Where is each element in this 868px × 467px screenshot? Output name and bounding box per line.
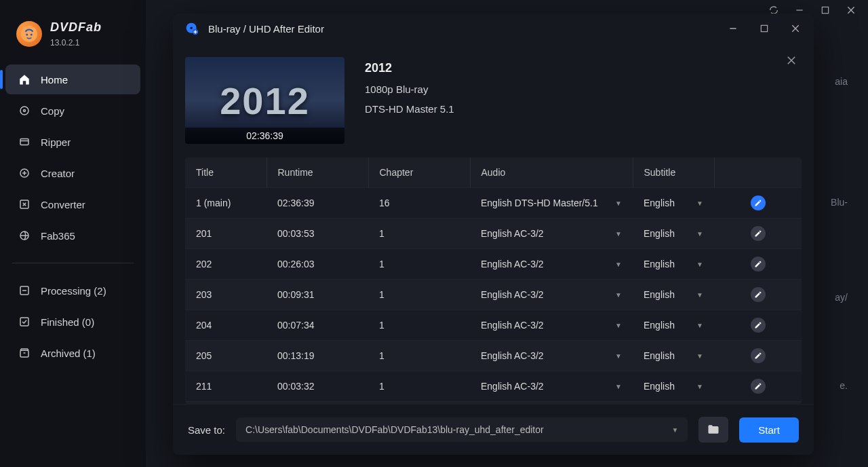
- nav-primary: Home Copy Ripper Creator Converter Fab36…: [0, 64, 146, 250]
- sidebar-item-converter[interactable]: Converter: [5, 189, 140, 219]
- divider: [12, 263, 134, 263]
- cell-audio-select[interactable]: English AC-3/2▼: [470, 219, 633, 249]
- edit-button[interactable]: [751, 226, 766, 241]
- cell-chapter: 1: [368, 249, 470, 280]
- sidebar-item-ripper[interactable]: Ripper: [5, 127, 140, 157]
- sidebar-item-copy[interactable]: Copy: [5, 96, 140, 126]
- sidebar-item-processing[interactable]: Processing (2): [5, 276, 140, 305]
- table-row[interactable]: 20100:03:531English AC-3/2▼English▼: [185, 219, 802, 249]
- home-icon: [18, 73, 31, 86]
- edit-button[interactable]: [751, 318, 766, 333]
- cell-chapter: 1: [368, 310, 470, 341]
- table-row[interactable]: 20500:13:191English AC-3/2▼English▼: [185, 341, 802, 371]
- close-info-icon[interactable]: [785, 54, 797, 70]
- media-format: 1080p Blu-ray: [365, 83, 454, 95]
- app-close-icon[interactable]: [845, 4, 857, 16]
- cell-chapter: 16: [368, 188, 470, 219]
- table-row[interactable]: 20300:09:311English AC-3/2▼English▼: [185, 280, 802, 310]
- sidebar-item-label: Fab365: [41, 230, 75, 242]
- cell-subtitle-select[interactable]: English▼: [633, 371, 714, 402]
- start-button[interactable]: Start: [739, 417, 799, 443]
- sidebar-item-archived[interactable]: Archived (1): [5, 338, 140, 368]
- cell-title: 1 (main): [185, 188, 267, 219]
- creator-icon: [18, 166, 31, 180]
- sidebar-item-finished[interactable]: Finished (0): [5, 307, 140, 337]
- chevron-down-icon: ▼: [615, 383, 622, 390]
- chevron-down-icon: ▼: [696, 383, 703, 390]
- chevron-down-icon: ▼: [615, 200, 622, 207]
- thumbnail-duration: 02:36:39: [185, 128, 344, 144]
- cell-audio-select[interactable]: English AC-3/2▼: [470, 371, 633, 402]
- cell-runtime: 00:07:34: [267, 310, 368, 341]
- cell-audio-select[interactable]: English DTS-HD Master/5.1▼: [470, 188, 633, 219]
- sidebar-item-label: Archived (1): [41, 348, 96, 359]
- close-icon[interactable]: [789, 22, 802, 35]
- table-row[interactable]: 20200:26:031English AC-3/2▼English▼: [185, 249, 802, 280]
- cell-runtime: 02:36:39: [267, 188, 368, 219]
- nav-secondary: Processing (2) Finished (0) Archived (1): [0, 276, 146, 368]
- fab365-icon: [18, 229, 31, 242]
- title-table[interactable]: Title Runtime Chapter Audio Subtitle 1 (…: [185, 157, 802, 404]
- browse-folder-button[interactable]: [698, 417, 728, 443]
- cell-chapter: 1: [368, 219, 470, 249]
- cell-subtitle-select[interactable]: English▼: [633, 280, 714, 310]
- cell-runtime: 00:03:32: [267, 371, 368, 402]
- cell-chapter: 1: [368, 341, 470, 371]
- edit-button[interactable]: [751, 287, 766, 302]
- sidebar-item-home[interactable]: Home: [5, 64, 140, 94]
- media-audio: DTS-HD Master 5.1: [365, 103, 454, 115]
- table-row[interactable]: 21100:03:321English AC-3/2▼English▼: [185, 371, 802, 402]
- sidebar-item-creator[interactable]: Creator: [5, 158, 140, 188]
- sidebar-item-label: Creator: [41, 168, 75, 179]
- sidebar-item-label: Converter: [41, 199, 85, 210]
- brand-block: DVDFab 13.0.2.1: [0, 14, 146, 64]
- col-chapter: Chapter: [368, 157, 470, 188]
- modal-titlebar: Blu-ray / UHD After Editor: [173, 14, 814, 43]
- cell-audio-select[interactable]: English AC-3/2▼: [470, 249, 633, 280]
- table-row[interactable]: 1 (main)02:36:3916English DTS-HD Master/…: [185, 188, 802, 219]
- cell-subtitle-select[interactable]: English▼: [633, 310, 714, 341]
- cell-title: 203: [185, 280, 267, 310]
- media-thumbnail[interactable]: 2012 02:36:39: [185, 57, 344, 144]
- cell-runtime: 00:03:53: [267, 219, 368, 249]
- app-maximize-icon[interactable]: [819, 4, 831, 16]
- svg-rect-11: [20, 350, 28, 357]
- save-path-select[interactable]: C:\Users\fab\Documents\DVDFab\DVDFab13\b…: [236, 417, 688, 442]
- col-action: [714, 157, 802, 188]
- cell-runtime: 00:13:19: [267, 341, 368, 371]
- col-title: Title: [185, 157, 267, 188]
- cell-subtitle-select[interactable]: English▼: [633, 219, 714, 249]
- cell-audio-select[interactable]: English AC-3/2▼: [470, 310, 633, 341]
- cell-runtime: 00:26:03: [267, 249, 368, 280]
- col-subtitle: Subtitle: [633, 157, 714, 188]
- maximize-icon[interactable]: [758, 22, 770, 35]
- table-row[interactable]: 20400:07:341English AC-3/2▼English▼: [185, 310, 802, 341]
- cell-subtitle-select[interactable]: English▼: [633, 188, 714, 219]
- svg-rect-10: [20, 318, 28, 326]
- brand-version: 13.0.2.1: [50, 38, 102, 48]
- edit-button[interactable]: [751, 195, 766, 210]
- minimize-icon[interactable]: [727, 22, 739, 35]
- svg-rect-5: [20, 139, 28, 145]
- cell-audio-select[interactable]: English AC-3/2▼: [470, 341, 633, 371]
- chevron-down-icon: ▼: [696, 322, 703, 329]
- cell-subtitle-select[interactable]: English▼: [633, 249, 714, 280]
- sidebar-item-label: Finished (0): [41, 316, 94, 328]
- cell-title: 204: [185, 310, 267, 341]
- edit-button[interactable]: [751, 257, 766, 272]
- cell-title: 205: [185, 341, 267, 371]
- chevron-down-icon: ▼: [696, 230, 703, 238]
- svg-point-4: [24, 110, 26, 112]
- disc-icon: [185, 22, 199, 35]
- cell-audio-select[interactable]: English AC-3/2▼: [470, 280, 633, 310]
- edit-button[interactable]: [751, 379, 766, 394]
- edit-button[interactable]: [751, 348, 766, 363]
- chevron-down-icon: ▼: [615, 230, 622, 238]
- sidebar-item-fab365[interactable]: Fab365: [5, 221, 140, 250]
- chevron-down-icon: ▼: [696, 261, 703, 268]
- editor-modal: Blu-ray / UHD After Editor 2012 02:36:39…: [173, 14, 814, 455]
- cell-subtitle-select[interactable]: English▼: [633, 341, 714, 371]
- chevron-down-icon: ▼: [615, 291, 622, 299]
- svg-rect-12: [822, 7, 828, 13]
- copy-icon: [18, 104, 31, 117]
